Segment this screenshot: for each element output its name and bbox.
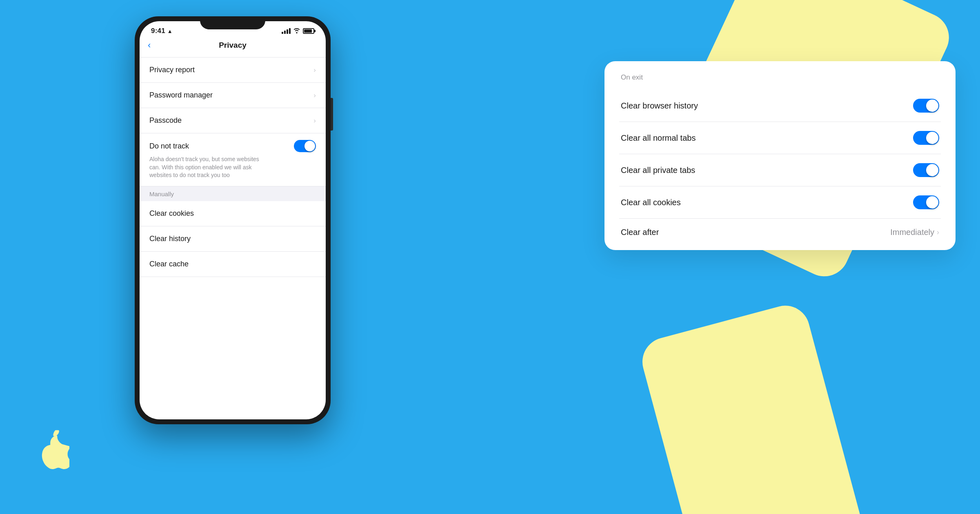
do-not-track-item: Do not track Aloha doesn't track you, bu… (140, 133, 326, 186)
clear-after-item[interactable]: Clear after Immediately › (619, 219, 941, 246)
password-manager-label: Password manager (149, 91, 213, 100)
phone-notch (200, 16, 265, 29)
privacy-report-chevron: › (313, 66, 316, 74)
on-exit-section-label: On exit (619, 73, 941, 82)
clear-cache-item[interactable]: Clear cache (140, 252, 326, 277)
manually-label: Manually (149, 191, 174, 197)
passcode-chevron: › (313, 117, 316, 125)
phone-inner: 9:41 ▲ (140, 21, 326, 419)
manually-section: Manually (140, 186, 326, 201)
phone-outer: 9:41 ▲ (135, 16, 331, 424)
clear-all-normal-tabs-label: Clear all normal tabs (621, 133, 696, 143)
password-manager-item[interactable]: Password manager › (140, 83, 326, 108)
status-time: 9:41 (151, 27, 165, 35)
clear-all-private-tabs-item: Clear all private tabs (619, 154, 941, 186)
passcode-label: Passcode (149, 116, 182, 125)
phone-container: 9:41 ▲ (135, 16, 331, 494)
nav-header: ‹ Privacy (140, 37, 326, 58)
settings-list: Privacy report › Password manager › Pass… (140, 58, 326, 277)
clear-cookies-item[interactable]: Clear cookies (140, 201, 326, 226)
nav-title: Privacy (219, 41, 247, 50)
do-not-track-description: Aloha doesn't track you, but some websit… (149, 155, 264, 179)
clear-all-cookies-item: Clear all cookies (619, 186, 941, 219)
location-icon: ▲ (167, 28, 173, 34)
do-not-track-toggle[interactable] (294, 140, 316, 152)
battery-icon (303, 28, 314, 34)
privacy-report-item[interactable]: Privacy report › (140, 58, 326, 83)
clear-all-normal-tabs-toggle[interactable] (913, 131, 939, 145)
apple-logo (33, 428, 69, 473)
privacy-report-label: Privacy report (149, 66, 195, 74)
clear-browser-history-item: Clear browser history (619, 90, 941, 122)
clear-history-item[interactable]: Clear history (140, 226, 326, 252)
passcode-item[interactable]: Passcode › (140, 108, 326, 133)
clear-all-normal-tabs-item: Clear all normal tabs (619, 122, 941, 154)
status-icons (282, 28, 314, 35)
clear-cookies-label: Clear cookies (149, 209, 194, 218)
signal-bars (282, 28, 291, 34)
clear-browser-history-label: Clear browser history (621, 101, 698, 111)
clear-all-private-tabs-toggle[interactable] (913, 163, 939, 177)
clear-after-chevron: › (937, 228, 939, 237)
clear-after-value[interactable]: Immediately › (890, 228, 939, 237)
clear-history-label: Clear history (149, 235, 191, 243)
clear-browser-history-toggle[interactable] (913, 99, 939, 113)
clear-all-private-tabs-label: Clear all private tabs (621, 166, 695, 175)
clear-all-cookies-label: Clear all cookies (621, 198, 681, 207)
back-button[interactable]: ‹ (148, 40, 151, 51)
do-not-track-label: Do not track (149, 142, 189, 151)
phone-side-btn (331, 98, 333, 131)
clear-all-cookies-toggle[interactable] (913, 195, 939, 209)
clear-cache-label: Clear cache (149, 260, 189, 268)
password-manager-chevron: › (313, 91, 316, 100)
clear-after-label: Clear after (621, 228, 659, 237)
clear-after-value-text: Immediately (890, 228, 934, 237)
wifi-icon (293, 28, 300, 35)
on-exit-panel: On exit Clear browser history Clear all … (604, 61, 956, 250)
